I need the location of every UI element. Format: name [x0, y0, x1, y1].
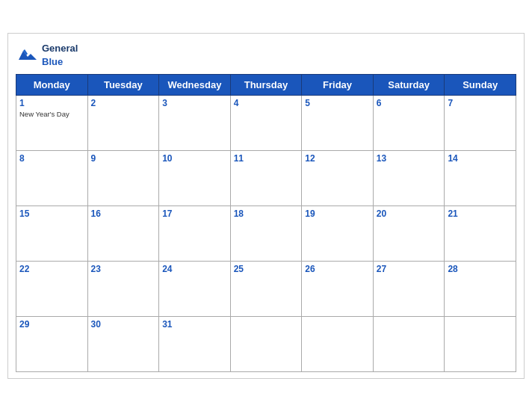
- day-cell: 28: [445, 261, 516, 316]
- day-cell: 2: [87, 95, 159, 150]
- day-number: 29: [19, 319, 84, 330]
- day-cell: 16: [87, 206, 159, 261]
- logo-general: General: [42, 43, 78, 54]
- day-number: 22: [19, 264, 84, 274]
- day-number: 4: [234, 98, 299, 108]
- calendar-container: General Blue MondayTuesdayWednesdayThurs…: [7, 33, 525, 379]
- day-cell: [373, 316, 445, 371]
- day-number: 3: [162, 98, 227, 108]
- day-cell: 18: [230, 206, 302, 261]
- day-cell: 30: [87, 316, 159, 371]
- day-cell: 10: [159, 150, 231, 206]
- day-number: 6: [377, 98, 442, 108]
- day-cell: 15: [16, 206, 88, 261]
- day-number: 13: [377, 153, 442, 164]
- day-number: 26: [305, 264, 370, 274]
- holiday-label: New Year's Day: [19, 110, 84, 118]
- day-number: 27: [377, 264, 442, 274]
- day-cell: 11: [230, 150, 302, 206]
- day-header-wednesday: Wednesday: [159, 74, 231, 95]
- day-cell: [302, 316, 374, 371]
- day-number: 2: [91, 98, 156, 108]
- day-cell: 5: [302, 95, 374, 150]
- day-cell: 17: [159, 206, 231, 261]
- day-number: 7: [448, 98, 513, 108]
- day-number: 12: [305, 153, 370, 164]
- day-number: 24: [162, 264, 227, 274]
- week-row-2: 891011121314: [16, 150, 516, 206]
- day-header-saturday: Saturday: [373, 74, 445, 95]
- day-header-sunday: Sunday: [445, 74, 516, 95]
- svg-rect-0: [16, 46, 40, 63]
- day-cell: 6: [373, 95, 445, 150]
- day-cell: 12: [302, 150, 374, 206]
- day-cell: [230, 316, 302, 371]
- day-number: 8: [19, 153, 84, 164]
- day-number: 11: [234, 153, 299, 164]
- day-cell: 31: [159, 316, 231, 371]
- day-cell: 4: [230, 95, 302, 150]
- day-number: 1: [19, 98, 84, 108]
- day-cell: 24: [159, 261, 231, 316]
- calendar-table: MondayTuesdayWednesdayThursdayFridaySatu…: [16, 74, 516, 372]
- day-number: 18: [234, 208, 299, 219]
- day-header-friday: Friday: [302, 74, 374, 95]
- day-cell: 9: [87, 150, 159, 206]
- day-number: 10: [162, 153, 227, 164]
- day-cell: 20: [373, 206, 445, 261]
- day-number: 14: [448, 153, 513, 164]
- day-cell: 19: [302, 206, 374, 261]
- day-cell: 23: [87, 261, 159, 316]
- day-number: 23: [91, 264, 156, 274]
- logo-area: General Blue: [16, 41, 78, 68]
- header-row: MondayTuesdayWednesdayThursdayFridaySatu…: [16, 74, 516, 95]
- day-cell: 27: [373, 261, 445, 316]
- day-header-thursday: Thursday: [230, 74, 302, 95]
- general-blue-icon: [16, 46, 40, 63]
- day-cell: 3: [159, 95, 231, 150]
- day-number: 9: [91, 153, 156, 164]
- day-cell: [445, 316, 516, 371]
- day-header-monday: Monday: [16, 74, 88, 95]
- day-cell: 22: [16, 261, 88, 316]
- day-number: 5: [305, 98, 370, 108]
- day-number: 31: [162, 319, 227, 330]
- day-number: 16: [91, 208, 156, 219]
- calendar-header: General Blue: [16, 41, 516, 68]
- day-cell: 8: [16, 150, 88, 206]
- week-row-5: 293031: [16, 316, 516, 371]
- logo-blue: Blue: [42, 56, 63, 67]
- day-number: 25: [234, 264, 299, 274]
- day-number: 19: [305, 208, 370, 219]
- day-cell: 29: [16, 316, 88, 371]
- day-cell: 1New Year's Day: [16, 95, 88, 150]
- day-cell: 26: [302, 261, 374, 316]
- day-number: 20: [377, 208, 442, 219]
- day-cell: 14: [445, 150, 516, 206]
- week-row-4: 22232425262728: [16, 261, 516, 316]
- day-cell: 7: [445, 95, 516, 150]
- day-number: 21: [448, 208, 513, 219]
- day-number: 15: [19, 208, 84, 219]
- day-cell: 25: [230, 261, 302, 316]
- week-row-3: 15161718192021: [16, 206, 516, 261]
- week-row-1: 1New Year's Day234567: [16, 95, 516, 150]
- day-cell: 13: [373, 150, 445, 206]
- day-header-tuesday: Tuesday: [87, 74, 159, 95]
- day-number: 28: [448, 264, 513, 274]
- logo-text: General Blue: [42, 43, 78, 67]
- day-cell: 21: [445, 206, 516, 261]
- day-number: 17: [162, 208, 227, 219]
- day-number: 30: [91, 319, 156, 330]
